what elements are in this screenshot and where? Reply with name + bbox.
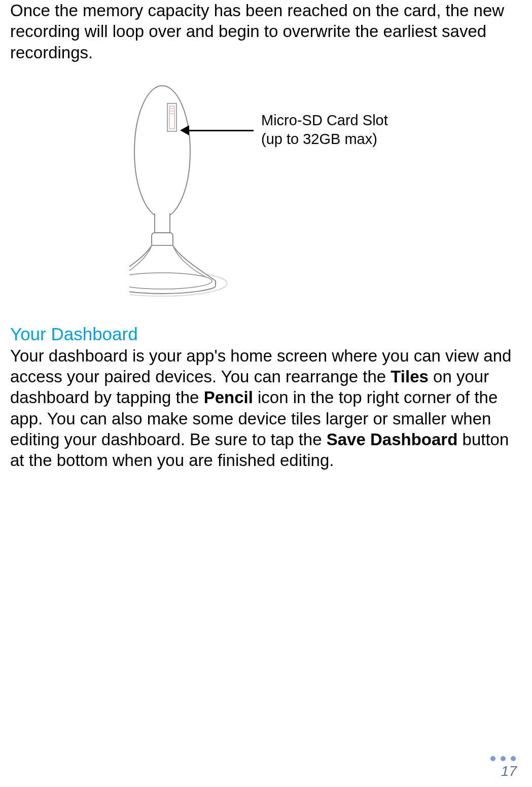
callout-arrow (180, 125, 254, 135)
svg-point-8 (129, 273, 212, 289)
bold-pencil: Pencil (204, 388, 253, 407)
bold-tiles: Tiles (391, 367, 429, 386)
footer-dots-icon (490, 756, 516, 761)
bold-save-dashboard: Save Dashboard (327, 430, 458, 449)
page-footer: 17 (490, 756, 517, 779)
intro-paragraph: Once the memory capacity has been reache… (10, 0, 522, 63)
svg-rect-6 (152, 233, 173, 247)
callout-line-1: Micro-SD Card Slot (261, 111, 388, 130)
page-number: 17 (490, 763, 517, 779)
device-diagram: Micro-SD Card Slot (up to 32GB max) (10, 81, 522, 309)
dashboard-paragraph: Your dashboard is your app's home screen… (10, 345, 522, 471)
callout-line-2: (up to 32GB max) (261, 130, 388, 149)
svg-rect-2 (169, 106, 174, 129)
svg-point-0 (134, 86, 190, 218)
callout-label: Micro-SD Card Slot (up to 32GB max) (261, 111, 388, 149)
section-heading-dashboard: Your Dashboard (10, 324, 522, 344)
camera-device-illustration (129, 81, 231, 304)
